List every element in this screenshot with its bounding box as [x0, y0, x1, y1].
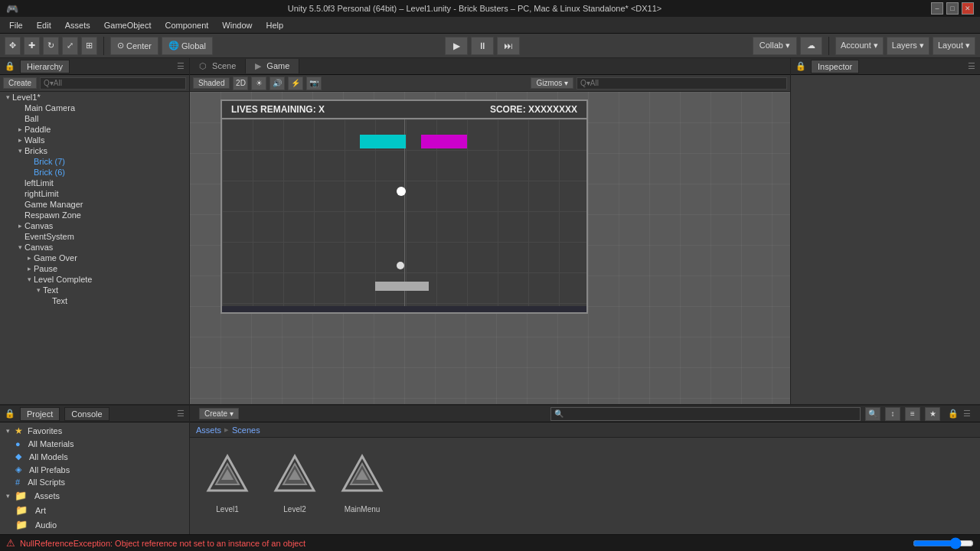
- minimize-button[interactable]: –: [931, 2, 943, 15]
- brick-cyan: [360, 135, 406, 148]
- pause-button[interactable]: ⏸: [471, 37, 494, 55]
- list-item[interactable]: ● All Materials: [0, 438, 189, 450]
- inspector-tab[interactable]: Inspector: [811, 60, 859, 73]
- game-tab[interactable]: ▶ Game: [246, 59, 299, 73]
- play-button[interactable]: ▶: [445, 37, 468, 55]
- list-item[interactable]: Brick (6): [0, 167, 189, 178]
- list-item[interactable]: ▾ Bricks: [0, 145, 189, 156]
- menu-assets[interactable]: Assets: [59, 19, 96, 31]
- menu-gameobject[interactable]: GameObject: [98, 19, 158, 31]
- scene-tab[interactable]: ⬡ Scene: [190, 59, 246, 73]
- menu-component[interactable]: Component: [158, 19, 214, 31]
- cloud-button[interactable]: ☁: [800, 37, 822, 55]
- asset-create-button[interactable]: Create ▾: [199, 408, 239, 419]
- asset-menu-icon[interactable]: ☰: [963, 409, 971, 419]
- scene-camera-button[interactable]: 📷: [306, 77, 322, 90]
- asset-star-button[interactable]: ★: [925, 407, 940, 421]
- list-item[interactable]: ◈ All Prefabs: [0, 463, 189, 476]
- list-item[interactable]: Game Manager: [0, 199, 189, 210]
- list-item[interactable]: ▾ Text: [0, 285, 189, 295]
- list-item[interactable]: ▸ Game Over: [0, 253, 189, 263]
- window-controls[interactable]: – □ ✕: [931, 2, 974, 15]
- list-item[interactable]: # All Scripts: [0, 476, 189, 488]
- console-tab[interactable]: Console: [64, 407, 109, 421]
- list-item[interactable]: Respawn Zone: [0, 210, 189, 220]
- list-item[interactable]: ▾ 📁 Assets: [0, 488, 189, 503]
- audio-button[interactable]: 🔊: [270, 77, 285, 90]
- asset-filter-button[interactable]: ≡: [905, 407, 920, 421]
- breadcrumb-scenes[interactable]: Scenes: [232, 425, 260, 435]
- hierarchy-item-label: Text: [43, 285, 58, 295]
- list-item[interactable]: Brick (7): [0, 156, 189, 167]
- fx-button[interactable]: ⚡: [288, 77, 303, 90]
- menu-window[interactable]: Window: [216, 19, 258, 31]
- hierarchy-lock-icon[interactable]: 🔒: [5, 61, 15, 71]
- list-item[interactable]: 📁 Art: [0, 503, 189, 517]
- tool-rect[interactable]: ⊞: [81, 37, 97, 55]
- scene-search[interactable]: [577, 77, 787, 90]
- shading-dropdown[interactable]: Shaded: [193, 77, 230, 89]
- list-item[interactable]: ▾ Level1*: [0, 92, 189, 103]
- list-item[interactable]: ▾ Level Complete: [0, 274, 189, 285]
- step-button[interactable]: ⏭: [497, 37, 520, 55]
- list-item[interactable]: Level2: [265, 445, 325, 517]
- list-item[interactable]: EventSystem: [0, 231, 189, 242]
- list-item[interactable]: ◆ All Models: [0, 450, 189, 463]
- menu-edit[interactable]: Edit: [31, 19, 57, 31]
- error-message[interactable]: NullReferenceException: Object reference…: [20, 539, 305, 548]
- project-tab[interactable]: Project: [20, 407, 60, 421]
- toolbar-right: Collab ▾ ☁ Account ▾ Layers ▾ Layout ▾: [753, 37, 975, 55]
- asset-sort-button[interactable]: ↕: [885, 407, 900, 421]
- lighting-button[interactable]: ☀: [251, 77, 266, 90]
- list-item[interactable]: ▸ Pause: [0, 263, 189, 274]
- list-item[interactable]: 📁 Audio: [0, 517, 189, 532]
- list-item[interactable]: leftLimit: [0, 178, 189, 188]
- list-item[interactable]: Text: [0, 295, 189, 306]
- list-item[interactable]: ▸ Canvas: [0, 220, 189, 231]
- hierarchy-tab[interactable]: Hierarchy: [20, 60, 70, 73]
- asset-search[interactable]: [550, 407, 861, 421]
- breadcrumb-assets[interactable]: Assets: [196, 425, 221, 435]
- tool-move[interactable]: ✚: [24, 37, 40, 55]
- menu-help[interactable]: Help: [260, 19, 289, 31]
- list-item[interactable]: ▸ Paddle: [0, 124, 189, 135]
- zoom-slider[interactable]: [913, 538, 974, 549]
- global-toggle[interactable]: 🌐 Global: [162, 37, 213, 55]
- list-item[interactable]: MainMenu: [332, 445, 392, 517]
- inspector-header: 🔒 Inspector ☰: [791, 58, 980, 75]
- gizmos-dropdown[interactable]: Gizmos ▾: [531, 77, 573, 89]
- layers-dropdown[interactable]: Layers ▾: [887, 37, 929, 55]
- workspace: 🔒 Hierarchy ☰ Create ▾ Level1*: [0, 58, 980, 551]
- list-item[interactable]: Level1: [198, 445, 257, 517]
- list-item[interactable]: ▾ Canvas: [0, 242, 189, 253]
- list-item[interactable]: Main Camera: [0, 103, 189, 113]
- menu-file[interactable]: File: [3, 19, 29, 31]
- tool-rotate[interactable]: ↻: [43, 37, 59, 55]
- inspector-lock-icon[interactable]: 🔒: [795, 61, 806, 71]
- close-button[interactable]: ✕: [962, 2, 974, 15]
- project-menu-icon[interactable]: ☰: [177, 409, 185, 419]
- list-item[interactable]: ▸ Walls: [0, 135, 189, 145]
- tool-scale[interactable]: ⤢: [62, 37, 78, 55]
- paddle: [375, 282, 429, 291]
- maximize-button[interactable]: □: [946, 2, 959, 15]
- hierarchy-menu-icon[interactable]: ☰: [177, 61, 185, 71]
- account-dropdown[interactable]: Account ▾: [835, 37, 884, 55]
- mainmenu-icon: [335, 448, 389, 502]
- 2d-button[interactable]: 2D: [233, 77, 248, 90]
- game-view-content[interactable]: LIVES REMAINING: X SCORE: XXXXXXXX: [190, 92, 790, 404]
- folder-label: All Models: [29, 452, 68, 461]
- collab-button[interactable]: Collab ▾: [753, 37, 797, 55]
- asset-lock-icon[interactable]: 🔒: [948, 409, 959, 419]
- hierarchy-search[interactable]: [40, 77, 186, 90]
- hierarchy-create-button[interactable]: Create: [3, 77, 37, 89]
- project-lock-icon[interactable]: 🔒: [5, 409, 15, 419]
- asset-find-button[interactable]: 🔍: [865, 407, 880, 421]
- center-toggle[interactable]: ⊙ Center: [110, 37, 158, 55]
- list-item[interactable]: ▾ ★ Favorites: [0, 424, 189, 438]
- inspector-menu-icon[interactable]: ☰: [968, 61, 975, 71]
- layout-dropdown[interactable]: Layout ▾: [933, 37, 975, 55]
- tool-hand[interactable]: ✥: [5, 37, 21, 55]
- list-item[interactable]: rightLimit: [0, 188, 189, 199]
- list-item[interactable]: Ball: [0, 113, 189, 124]
